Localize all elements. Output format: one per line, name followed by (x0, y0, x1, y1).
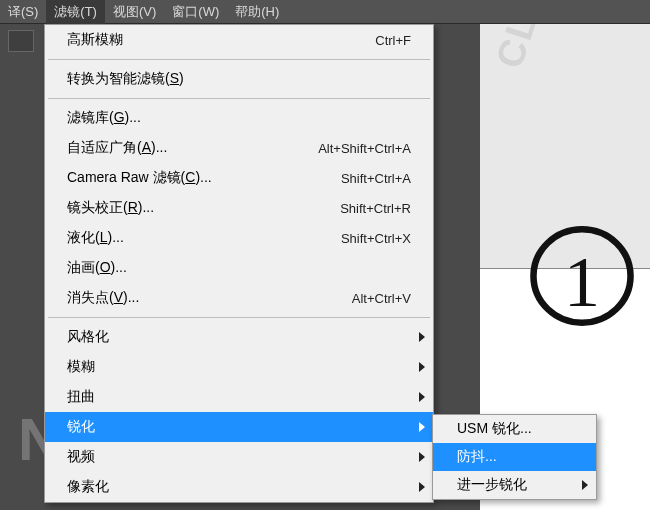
menu-select[interactable]: 译(S) (0, 0, 46, 24)
menuitem-last-filter[interactable]: 高斯模糊 Ctrl+F (45, 25, 433, 55)
menuitem-shortcut: Shift+Ctrl+A (341, 171, 411, 186)
menuitem-label: 视频 (67, 448, 411, 466)
menuitem-label: 风格化 (67, 328, 411, 346)
menuitem-shortcut: Shift+Ctrl+R (340, 201, 411, 216)
menu-separator (48, 317, 430, 318)
submenu-arrow-icon (419, 362, 425, 372)
submenu-arrow-icon (419, 482, 425, 492)
menuitem-label: 滤镜库(G)... (67, 109, 411, 127)
menuitem-label: 消失点(V)... (67, 289, 352, 307)
submenuitem-sharpen-more[interactable]: 进一步锐化 (433, 471, 596, 499)
annotation-circle-1: 1 (526, 220, 638, 332)
menuitem-label: 模糊 (67, 358, 411, 376)
menu-view[interactable]: 视图(V) (105, 0, 164, 24)
menuitem-convert-smart-filter[interactable]: 转换为智能滤镜(S) (45, 64, 433, 94)
menuitem-label: 高斯模糊 (67, 31, 375, 49)
submenu-arrow-icon (419, 452, 425, 462)
menuitem-adaptive-wide-angle[interactable]: 自适应广角(A)... Alt+Shift+Ctrl+A (45, 133, 433, 163)
submenuitem-usm-sharpen[interactable]: USM 锐化... (433, 415, 596, 443)
menuitem-blur[interactable]: 模糊 (45, 352, 433, 382)
submenu-arrow-icon (419, 332, 425, 342)
filter-dropdown: 高斯模糊 Ctrl+F 转换为智能滤镜(S) 滤镜库(G)... 自适应广角(A… (44, 24, 434, 503)
menu-separator (48, 98, 430, 99)
toolbar-icon (8, 30, 34, 52)
submenuitem-shake-reduction[interactable]: 防抖... (433, 443, 596, 471)
submenu-arrow-icon (582, 480, 588, 490)
menuitem-lens-correction[interactable]: 镜头校正(R)... Shift+Ctrl+R (45, 193, 433, 223)
menuitem-camera-raw[interactable]: Camera Raw 滤镜(C)... Shift+Ctrl+A (45, 163, 433, 193)
sharpen-submenu: USM 锐化... 防抖... 进一步锐化 (432, 414, 597, 500)
menuitem-shortcut: Alt+Shift+Ctrl+A (318, 141, 411, 156)
menu-filter[interactable]: 滤镜(T) (46, 0, 105, 24)
submenu-arrow-icon (419, 392, 425, 402)
menuitem-label: 扭曲 (67, 388, 411, 406)
menuitem-pixelate[interactable]: 像素化 (45, 472, 433, 502)
menuitem-stylize[interactable]: 风格化 (45, 322, 433, 352)
menubar: 译(S) 滤镜(T) 视图(V) 窗口(W) 帮助(H) (0, 0, 650, 24)
submenu-arrow-icon (419, 422, 425, 432)
menu-help[interactable]: 帮助(H) (227, 0, 287, 24)
menuitem-sharpen[interactable]: 锐化 (45, 412, 433, 442)
menuitem-video[interactable]: 视频 (45, 442, 433, 472)
menuitem-vanishing-point[interactable]: 消失点(V)... Alt+Ctrl+V (45, 283, 433, 313)
submenuitem-label: 防抖... (457, 448, 497, 466)
menu-separator (48, 59, 430, 60)
submenuitem-label: USM 锐化... (457, 420, 532, 438)
menuitem-label: 液化(L)... (67, 229, 341, 247)
menuitem-label: 油画(O)... (67, 259, 411, 277)
svg-text:1: 1 (564, 241, 600, 322)
submenuitem-label: 进一步锐化 (457, 476, 527, 494)
menuitem-distort[interactable]: 扭曲 (45, 382, 433, 412)
menuitem-label: Camera Raw 滤镜(C)... (67, 169, 341, 187)
menuitem-liquify[interactable]: 液化(L)... Shift+Ctrl+X (45, 223, 433, 253)
menuitem-oil-paint[interactable]: 油画(O)... (45, 253, 433, 283)
menuitem-label: 镜头校正(R)... (67, 199, 340, 217)
menuitem-label: 锐化 (67, 418, 411, 436)
menuitem-filter-gallery[interactable]: 滤镜库(G)... (45, 103, 433, 133)
menuitem-shortcut: Alt+Ctrl+V (352, 291, 411, 306)
menuitem-label: 自适应广角(A)... (67, 139, 318, 157)
menu-window[interactable]: 窗口(W) (164, 0, 227, 24)
menuitem-shortcut: Ctrl+F (375, 33, 411, 48)
menuitem-label: 像素化 (67, 478, 411, 496)
menuitem-shortcut: Shift+Ctrl+X (341, 231, 411, 246)
menuitem-label: 转换为智能滤镜(S) (67, 70, 411, 88)
